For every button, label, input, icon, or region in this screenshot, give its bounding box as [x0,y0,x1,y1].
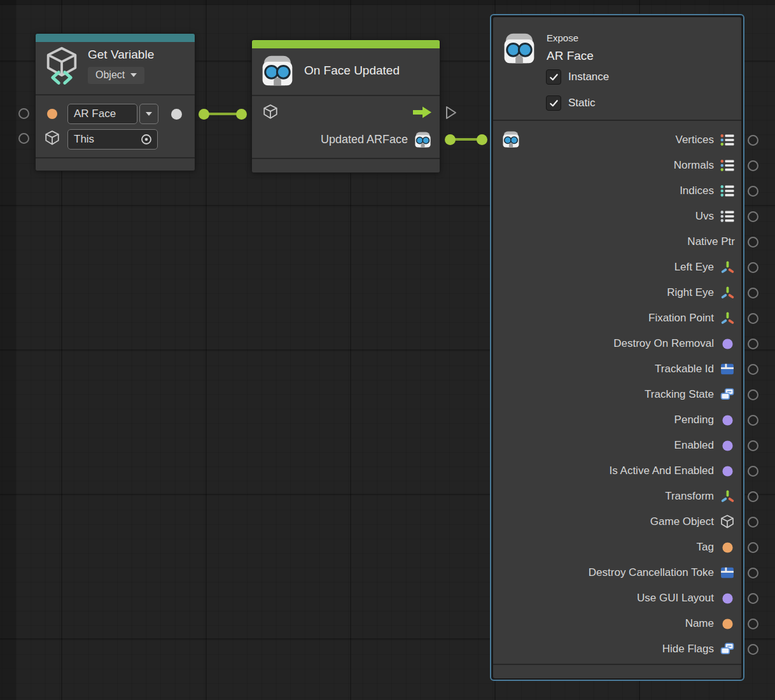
gameobject-cube-icon [262,104,279,120]
variable-dropdown-button[interactable] [139,104,158,124]
node-on-face-updated[interactable]: On Face Updated Updated ARFace [251,39,440,173]
input-port[interactable] [18,133,29,144]
port-label: Vertices [676,134,714,146]
output-port[interactable] [748,466,758,477]
port-label: Indices [680,185,714,197]
output-port[interactable] [748,568,758,578]
variable-name-field[interactable]: AR Face [67,104,137,124]
bool-icon [720,463,735,479]
output-port[interactable] [748,440,758,451]
output-port[interactable] [748,542,758,553]
port-row: Right Eye [493,280,741,305]
port-label: Trackable Id [655,363,714,375]
checkbox-row: Instance [546,69,609,85]
output-port[interactable] [748,415,758,426]
output-port[interactable] [748,237,758,248]
bool-icon [720,591,735,606]
transform-icon [720,489,735,504]
output-port[interactable] [748,644,758,655]
expose-type-title: AR Face [547,49,594,63]
output-port[interactable] [748,135,758,146]
wire-endpoint[interactable] [236,109,247,120]
variable-kind-dropdown[interactable]: Object [88,67,144,84]
bool-icon [720,336,735,351]
struct-icon [720,361,735,377]
expose-kicker: Expose [547,32,578,43]
checkbox[interactable] [546,95,561,111]
port-row: Hide Flags [493,636,741,662]
ar-face-icon [501,31,537,66]
port-row: Pending [493,407,741,433]
output-port[interactable] [748,186,758,197]
value-output-port[interactable] [171,109,182,120]
port-label: Destroy On Removal [613,337,714,350]
checkbox-row: Static [546,95,596,111]
port-row: Normals [493,153,741,178]
chevron-down-icon [130,73,137,77]
port-row: Is Active And Enabled [493,458,741,484]
flow-output-port-triangle[interactable] [445,106,457,120]
port-row: Uvs [493,204,741,229]
node-get-variable[interactable]: Get Variable Object AR Face This [35,33,195,171]
divider [493,120,741,121]
gameobject-cube-icon [44,130,60,146]
port-row: Destroy Cancellation Toke [493,560,741,585]
variable-kind-label: Object [95,69,125,81]
expose-port-list: VerticesNormalsIndicesUvsNative PtrLeft … [493,127,741,662]
node-expose-ar-face[interactable]: Expose AR Face InstanceStatic VerticesNo… [490,14,744,681]
port-label: Uvs [695,210,714,223]
string-icon [720,616,735,631]
transform-icon [720,285,735,300]
struct-icon [720,565,735,580]
gameobject-icon [720,514,735,529]
port-label: Name [685,617,714,630]
port-row: Native Ptr [493,229,741,255]
output-port[interactable] [748,364,758,375]
list-vector3-icon [720,132,735,148]
port-label: Game Object [650,515,714,528]
divider [36,94,195,95]
wire-endpoint[interactable] [477,134,487,145]
canvas-edge-shade-left [0,0,16,700]
ar-face-icon [414,130,432,149]
object-picker-icon[interactable] [140,133,153,146]
output-port[interactable] [748,619,758,629]
transform-icon [720,311,735,326]
port-row: Enabled [493,433,741,458]
checkbox-label: Static [568,97,596,109]
port-label: Use GUI Layout [637,592,714,605]
port-row: Transform [493,484,741,509]
string-port-dot[interactable] [47,109,57,119]
output-port[interactable] [748,288,758,298]
output-port[interactable] [748,517,758,528]
node-title: Get Variable [88,48,154,62]
output-port[interactable] [748,262,758,273]
output-port[interactable] [748,313,758,324]
wire-endpoint[interactable] [199,109,209,120]
node-footer [36,157,195,171]
wire-endpoint[interactable] [445,134,456,145]
port-label: Destroy Cancellation Toke [589,566,714,579]
enum-icon [720,387,735,402]
port-label: Normals [674,159,714,172]
output-port[interactable] [748,339,758,349]
output-port[interactable] [748,491,758,502]
chevron-down-icon [146,112,152,116]
checkbox[interactable] [546,69,561,85]
string-icon [720,540,735,555]
node-header-strip [36,34,195,42]
target-this-field[interactable]: This [67,129,158,150]
port-row: Tag [493,535,741,560]
flow-arrow-icon[interactable] [412,106,433,119]
port-label: Left Eye [674,261,714,274]
output-port[interactable] [748,593,758,604]
input-port[interactable] [18,108,29,119]
divider [252,95,440,96]
graph-canvas[interactable]: Get Variable Object AR Face This [0,0,775,700]
output-port[interactable] [748,389,758,400]
list-vector2-icon [720,209,735,224]
output-port[interactable] [748,211,758,222]
list-vector3-icon [720,158,735,173]
port-row: Trackable Id [493,356,741,382]
output-port[interactable] [748,160,758,171]
